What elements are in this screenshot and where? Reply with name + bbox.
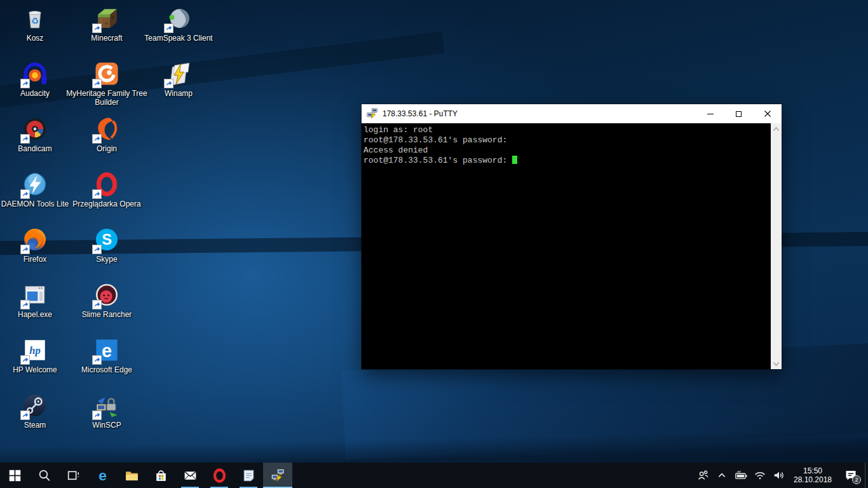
desktop-icon-winamp[interactable]: Winamp <box>154 60 203 98</box>
desktop-icon-label: TeamSpeak 3 Client <box>137 34 220 43</box>
search-icon <box>36 468 52 484</box>
tray-battery-button[interactable] <box>731 463 750 488</box>
desktop-icon-origin[interactable]: Origin <box>83 116 131 153</box>
edge-icon: e <box>95 468 111 484</box>
svg-text:♻: ♻ <box>31 16 39 26</box>
desktop-icon-firefox[interactable]: Firefox <box>11 226 59 264</box>
desktop-icon-label: WinSCP <box>65 421 149 430</box>
tray-icons <box>693 463 789 488</box>
minecraft-icon <box>93 5 120 32</box>
recycle-bin-icon: ♻ <box>22 5 48 32</box>
origin-icon <box>93 116 120 142</box>
taskbar-file-explorer-button[interactable] <box>117 463 146 488</box>
maximize-button[interactable] <box>724 104 753 123</box>
steam-icon <box>22 392 48 419</box>
teamspeak-icon <box>165 5 192 32</box>
taskbar-putty-button[interactable] <box>263 463 292 488</box>
taskbar-opera-button[interactable] <box>205 463 234 488</box>
shortcut-arrow-icon <box>20 134 30 144</box>
taskbar-mail-button[interactable] <box>175 463 205 488</box>
tray-network-button[interactable] <box>750 463 770 488</box>
skype-icon: S <box>93 226 120 253</box>
desktop-icon-myheritage[interactable]: MyHeritage Family Tree Builder <box>83 60 131 107</box>
svg-text:S: S <box>102 231 112 248</box>
tray-tray-expand-button[interactable] <box>712 463 731 488</box>
desktop-icon-daemon[interactable]: DAEMON Tools Lite <box>11 171 59 208</box>
taskbar-edge-button[interactable]: e <box>88 463 117 488</box>
chevron-down-icon <box>773 362 779 366</box>
scroll-down-button[interactable] <box>771 358 782 369</box>
terminal-line: Access denied <box>363 146 770 156</box>
slime-rancher-icon <box>93 281 120 308</box>
taskbar-task-view-button[interactable] <box>58 463 88 488</box>
edge-square-icon: e <box>93 337 120 363</box>
action-center-button[interactable]: 2 <box>837 463 865 488</box>
desktop-icon-edge[interactable]: eMicrosoft Edge <box>83 337 131 374</box>
shortcut-arrow-icon <box>20 245 30 254</box>
shortcut-arrow-icon <box>92 79 102 88</box>
shortcut-arrow-icon <box>164 24 173 33</box>
bandicam-icon <box>22 116 48 142</box>
explorer-icon <box>124 468 140 484</box>
shortcut-arrow-icon <box>20 355 30 365</box>
taskbar-clock[interactable]: 15:50 28.10.2018 <box>789 466 837 484</box>
terminal-scrollbar[interactable] <box>771 123 782 369</box>
desktop-icon-slime[interactable]: Slime Rancher <box>83 281 131 319</box>
terminal-output[interactable]: login as: rootroot@178.33.53.61's passwo… <box>362 123 771 369</box>
desktop[interactable]: ♻KoszMinecraftTeamSpeak 3 ClientAudacity… <box>0 0 868 488</box>
taskbar-start-button[interactable] <box>0 463 29 488</box>
taskbar-store-button[interactable] <box>146 463 175 488</box>
taskbar-buttons: e <box>0 463 292 488</box>
desktop-icon-winscp[interactable]: WinSCP <box>83 392 131 430</box>
desktop-icon-hp[interactable]: hpHP Welcome <box>11 337 59 374</box>
close-button[interactable] <box>753 104 782 123</box>
terminal-line: login as: root <box>363 125 770 135</box>
svg-text:e: e <box>98 468 107 484</box>
shortcut-arrow-icon <box>20 300 30 309</box>
window-controls <box>696 104 782 123</box>
tray-volume-button[interactable] <box>770 463 789 488</box>
scroll-up-button[interactable] <box>771 123 782 134</box>
desktop-icon-skype[interactable]: SSkype <box>83 226 131 264</box>
desktop-icon-bandicam[interactable]: Bandicam <box>11 116 59 153</box>
putty-app-icon <box>366 107 379 120</box>
winamp-icon <box>165 60 192 87</box>
people-icon <box>696 468 710 482</box>
svg-text:hp: hp <box>29 344 41 356</box>
maximize-icon <box>736 111 742 117</box>
desktop-icon-minecraft[interactable]: Minecraft <box>83 5 131 43</box>
window-title: 178.33.53.61 - PuTTY <box>383 109 696 118</box>
desktop-icon-opera[interactable]: Przeglądarka Opera <box>83 171 131 208</box>
putty-titlebar[interactable]: 178.33.53.61 - PuTTY <box>362 104 782 123</box>
mail-icon <box>182 468 198 484</box>
clock-time: 15:50 <box>790 466 836 475</box>
show-desktop-button[interactable] <box>865 463 868 488</box>
close-icon <box>764 111 771 117</box>
shortcut-arrow-icon <box>92 245 102 254</box>
putty-icon <box>270 468 286 484</box>
terminal[interactable]: login as: rootroot@178.33.53.61's passwo… <box>362 123 782 369</box>
taskbar-search-button[interactable] <box>29 463 58 488</box>
desktop-icon-teamspeak[interactable]: TeamSpeak 3 Client <box>154 5 203 43</box>
shortcut-arrow-icon <box>92 410 102 420</box>
desktop-icon-steam[interactable]: Steam <box>11 392 59 430</box>
shortcut-arrow-icon <box>20 189 30 199</box>
minimize-button[interactable] <box>696 104 724 123</box>
desktop-icon-label: Microsoft Edge <box>65 365 149 374</box>
taskbar-notepad-button[interactable] <box>234 463 263 488</box>
tray-people-button[interactable] <box>693 463 712 488</box>
svg-text:e: e <box>102 341 112 361</box>
task-view-icon <box>65 468 81 484</box>
minimize-icon <box>707 114 714 114</box>
taskbar: e 15:50 28.10.2018 2 <box>0 463 868 488</box>
hp-icon: hp <box>22 337 48 363</box>
desktop-icon-hapel[interactable]: Hapel.exe <box>11 281 59 319</box>
chevron-up-icon <box>715 468 729 482</box>
volume-icon <box>772 468 786 482</box>
desktop-icon-audacity[interactable]: Audacity <box>11 60 59 98</box>
terminal-line: root@178.33.53.61's password: <box>363 135 770 146</box>
myheritage-icon <box>93 60 120 87</box>
clock-date: 28.10.2018 <box>790 475 836 484</box>
desktop-icon-kosz[interactable]: ♻Kosz <box>11 5 59 43</box>
putty-window: 178.33.53.61 - PuTTY login as: rootroot@… <box>362 104 782 369</box>
